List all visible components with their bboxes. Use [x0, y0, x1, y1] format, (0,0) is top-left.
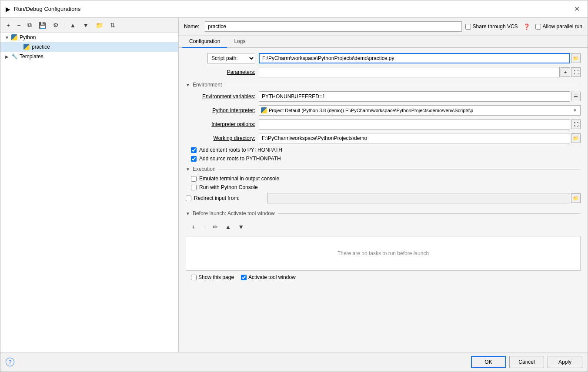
show-page-label[interactable]: Show this page [191, 274, 234, 280]
script-path-dropdown[interactable]: Script path: Module name: [207, 53, 255, 63]
redirect-input-browse-button[interactable]: 📁 [571, 193, 581, 203]
add-content-roots-label[interactable]: Add content roots to PYTHONPATH [199, 147, 282, 153]
templates-label: Templates [20, 53, 43, 60]
interpreter-options-label: Interpreter options: [186, 121, 255, 127]
run-python-console-checkbox[interactable] [191, 185, 197, 190]
parameters-input[interactable] [259, 67, 560, 77]
left-toolbar: + − ⧉ 💾 ⚙ ▲ ▼ 📁 ⇅ [0, 18, 178, 33]
add-source-roots-row: Add source roots to PYTHONPATH [186, 156, 581, 162]
parameters-label: Parameters: [186, 69, 255, 75]
redirect-input-checkbox[interactable] [186, 196, 191, 201]
remove-config-button[interactable]: − [14, 20, 23, 30]
question-icon[interactable]: ❓ [523, 23, 530, 30]
share-vcs-label[interactable]: Share through VCS [465, 23, 518, 30]
parameters-fullscreen-button[interactable]: ⛶ [571, 67, 581, 77]
execution-section-label: Execution [193, 166, 216, 172]
tab-configuration[interactable]: Configuration [182, 36, 227, 48]
before-launch-down-button[interactable]: ▼ [235, 222, 247, 232]
interpreter-options-input[interactable] [259, 119, 570, 130]
app-icon: ▶ [6, 6, 10, 13]
save-config-button[interactable]: 💾 [36, 20, 49, 30]
run-python-console-label[interactable]: Run with Python Console [199, 184, 258, 190]
tree-item-templates[interactable]: ▶ 🔧 Templates [0, 52, 178, 61]
config-content: Script path: Module name: 📁 Parameters: [179, 48, 588, 352]
add-config-button[interactable]: + [4, 20, 13, 30]
emulate-terminal-label[interactable]: Emulate terminal in output console [199, 176, 279, 182]
redirect-input-field[interactable] [267, 193, 570, 203]
dialog-title: Run/Debug Configurations [14, 6, 80, 12]
cancel-button[interactable]: Cancel [509, 356, 544, 368]
title-bar: ▶ Run/Debug Configurations ✕ [0, 0, 588, 18]
tab-logs[interactable]: Logs [227, 36, 252, 48]
config-tree: ▼ Python ▶ practice ▶ [0, 33, 178, 61]
env-vars-row: Environment variables: ☰ [186, 91, 581, 102]
show-page-checkbox[interactable] [191, 275, 197, 280]
add-content-roots-checkbox[interactable] [191, 147, 197, 153]
parameters-expand-button[interactable]: + [561, 67, 570, 77]
env-vars-browse-button[interactable]: ☰ [571, 92, 581, 101]
redirect-input-label: Redirect input from: [194, 195, 264, 201]
toolbar-separator [64, 21, 64, 29]
config-tabs: Configuration Logs [179, 36, 588, 48]
before-launch-section: ▼ Before launch: Activate tool window + … [186, 210, 581, 271]
python-group-label: Python [20, 34, 36, 40]
python-group-icon [11, 34, 18, 41]
before-launch-arrow-icon[interactable]: ▼ [186, 211, 190, 216]
interpreter-dropdown-arrow[interactable]: ▼ [571, 107, 578, 114]
run-debug-dialog: ▶ Run/Debug Configurations ✕ + − ⧉ 💾 ⚙ ▲… [0, 0, 588, 372]
before-launch-header: ▼ Before launch: Activate tool window [186, 210, 581, 216]
copy-config-button[interactable]: ⧉ [25, 20, 34, 30]
tree-item-python[interactable]: ▼ Python [0, 33, 178, 42]
redirect-input-group: 📁 [267, 193, 581, 203]
execution-arrow-icon[interactable]: ▼ [186, 167, 190, 172]
interpreter-options-expand-button[interactable]: ⛶ [571, 120, 581, 129]
name-input[interactable] [205, 21, 462, 32]
apply-button[interactable]: Apply [548, 356, 582, 368]
share-vcs-checkbox[interactable] [465, 24, 471, 30]
emulate-terminal-checkbox[interactable] [191, 176, 197, 182]
move-up-button[interactable]: ▲ [67, 20, 78, 30]
add-source-roots-label[interactable]: Add source roots to PYTHONPATH [199, 156, 281, 162]
environment-arrow-icon[interactable]: ▼ [186, 83, 190, 87]
practice-icon [23, 43, 30, 50]
interpreter-python-icon [261, 107, 267, 113]
script-path-browse-button[interactable]: 📁 [571, 53, 581, 63]
before-launch-remove-button[interactable]: − [200, 222, 208, 232]
left-panel: + − ⧉ 💾 ⚙ ▲ ▼ 📁 ⇅ ▼ Python [0, 18, 179, 352]
name-row: Name: Share through VCS ❓ Allow parallel… [179, 18, 588, 36]
env-vars-input[interactable] [259, 91, 570, 102]
before-launch-add-button[interactable]: + [189, 222, 198, 232]
templates-arrow-icon: ▶ [4, 53, 10, 60]
practice-label: practice [32, 44, 50, 50]
close-button[interactable]: ✕ [571, 4, 582, 14]
environment-section-line [224, 85, 581, 85]
working-dir-browse-button[interactable]: 📁 [571, 133, 581, 143]
activate-tool-window-checkbox[interactable] [241, 275, 247, 280]
allow-parallel-checkbox[interactable] [535, 24, 541, 30]
before-launch-edit-button[interactable]: ✏ [210, 222, 220, 232]
action-buttons: OK Cancel Apply [471, 356, 582, 368]
no-tasks-text: There are no tasks to run before launch [186, 236, 580, 270]
add-source-roots-checkbox[interactable] [191, 156, 197, 162]
redirect-input-row: Redirect input from: 📁 [186, 193, 581, 203]
script-path-input[interactable] [259, 53, 570, 63]
ok-button[interactable]: OK [471, 356, 506, 368]
before-launch-section-line [277, 213, 581, 214]
interpreter-select[interactable]: Project Default (Python 3.8 (demo)) F:\P… [259, 105, 581, 116]
add-content-roots-row: Add content roots to PYTHONPATH [186, 147, 581, 153]
sort-button[interactable]: ⇅ [107, 20, 118, 30]
edit-defaults-button[interactable]: ⚙ [50, 20, 61, 30]
name-field-label: Name: [184, 23, 201, 30]
allow-parallel-label[interactable]: Allow parallel run [535, 23, 582, 30]
before-launch-label: Before launch: Activate tool window [193, 210, 275, 216]
working-dir-label: Working directory: [186, 135, 255, 141]
working-dir-row: Working directory: 📁 [186, 133, 581, 143]
tree-item-practice[interactable]: ▶ practice [0, 42, 178, 52]
folder-button[interactable]: 📁 [93, 20, 106, 30]
move-down-button[interactable]: ▼ [80, 20, 91, 30]
activate-tool-window-label[interactable]: Activate tool window [241, 274, 296, 280]
help-button[interactable]: ? [6, 358, 14, 366]
working-dir-input[interactable] [259, 133, 570, 143]
before-launch-up-button[interactable]: ▲ [222, 222, 234, 232]
execution-section-line [218, 169, 581, 169]
